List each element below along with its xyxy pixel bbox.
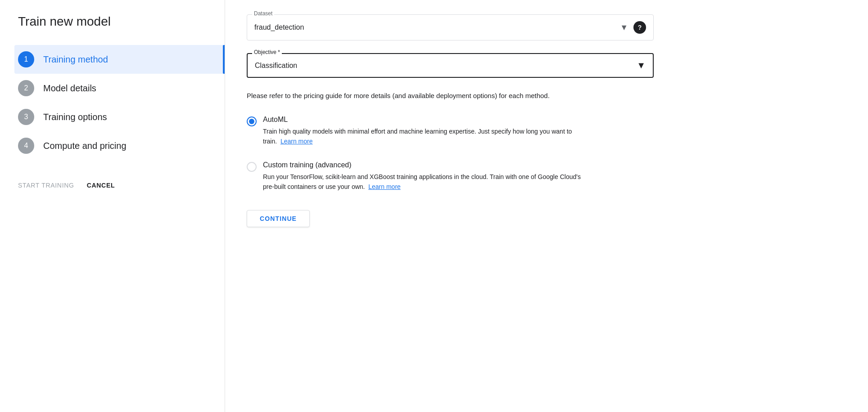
step-2-circle: 2: [18, 80, 34, 96]
step-3[interactable]: 3 Training options: [14, 103, 225, 131]
custom-training-option: Custom training (advanced) Run your Tens…: [247, 161, 654, 192]
step-1[interactable]: 1 Training method: [14, 45, 225, 74]
custom-training-description: Run your TensorFlow, scikit-learn and XG…: [263, 172, 587, 192]
automl-title: AutoML: [263, 116, 654, 124]
step-2-label: Model details: [43, 83, 96, 94]
step-1-circle: 1: [18, 51, 34, 67]
objective-field: Objective * Classification ▼: [247, 53, 654, 78]
custom-training-radio[interactable]: [247, 162, 257, 172]
automl-description: Train high quality models with minimal e…: [263, 126, 587, 147]
sidebar-actions: START TRAINING CANCEL: [14, 182, 225, 189]
dataset-icons: ▼ ?: [620, 21, 646, 34]
step-3-label: Training options: [43, 112, 107, 122]
step-3-circle: 3: [18, 109, 34, 125]
objective-row[interactable]: Classification ▼: [247, 53, 654, 78]
dataset-dropdown-icon[interactable]: ▼: [620, 23, 628, 32]
step-4-circle: 4: [18, 138, 34, 154]
automl-content: AutoML Train high quality models with mi…: [263, 116, 654, 147]
automl-option: AutoML Train high quality models with mi…: [247, 116, 654, 147]
step-4[interactable]: 4 Compute and pricing: [14, 131, 225, 160]
main-content: Dataset fraud_detection ▼ ? Objective * …: [225, 0, 675, 412]
cancel-button[interactable]: CANCEL: [87, 182, 115, 189]
sidebar: Train new model 1 Training method 2 Mode…: [0, 0, 225, 412]
pricing-note: Please refer to the pricing guide for mo…: [247, 90, 589, 101]
objective-label: Objective *: [252, 49, 282, 55]
dataset-label: Dataset: [252, 10, 274, 17]
custom-training-learn-more-link[interactable]: Learn more: [368, 183, 401, 190]
automl-radio[interactable]: [247, 116, 257, 126]
automl-learn-more-link[interactable]: Learn more: [280, 138, 313, 145]
start-training-button[interactable]: START TRAINING: [18, 182, 74, 189]
objective-dropdown-icon: ▼: [637, 60, 646, 71]
custom-training-title: Custom training (advanced): [263, 161, 654, 169]
dataset-value: fraud_detection: [254, 23, 620, 31]
step-4-label: Compute and pricing: [43, 141, 127, 151]
custom-training-content: Custom training (advanced) Run your Tens…: [263, 161, 654, 192]
dataset-help-icon[interactable]: ?: [633, 21, 646, 34]
step-2[interactable]: 2 Model details: [14, 74, 225, 103]
page-title: Train new model: [14, 14, 225, 29]
dataset-row: fraud_detection ▼ ?: [247, 14, 654, 40]
dataset-field: Dataset fraud_detection ▼ ?: [247, 14, 654, 40]
continue-button[interactable]: CONTINUE: [247, 210, 310, 227]
objective-value: Classification: [255, 62, 637, 70]
step-1-label: Training method: [43, 54, 108, 65]
